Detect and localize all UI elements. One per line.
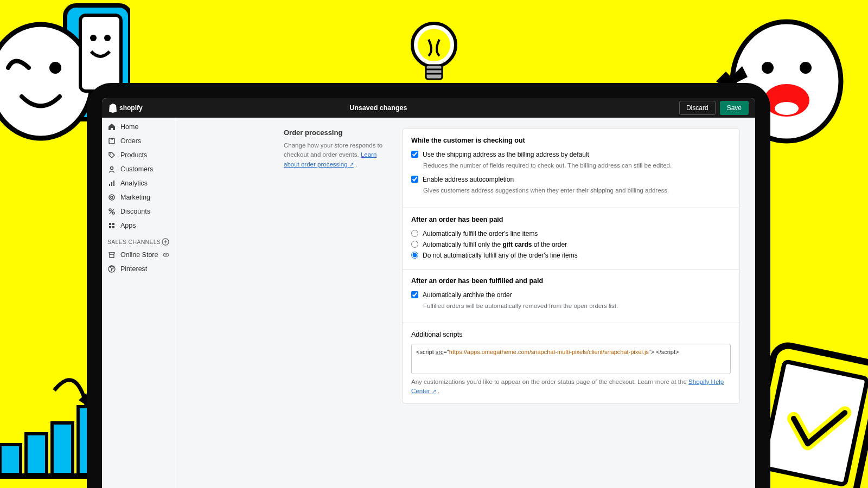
svg-point-1 (0, 24, 92, 138)
section-checkout: While the customer is checking out Use t… (403, 129, 739, 208)
checkbox-shipping-billing[interactable]: Use the shipping address as the billing … (411, 150, 731, 159)
home-icon (107, 123, 116, 131)
checkbox-autocomplete[interactable]: Enable address autocompletion (411, 175, 731, 184)
svg-rect-38 (112, 226, 114, 228)
analytics-icon (107, 179, 116, 188)
unsaved-changes-title: Unsaved changes (143, 104, 679, 112)
scripts-textarea[interactable]: <script src="https://apps.omegatheme.com… (411, 344, 731, 374)
nav-online-store[interactable]: Online Store (102, 248, 175, 262)
after-fulfilled-title: After an order has been fulfilled and pa… (411, 277, 731, 285)
nav-discounts[interactable]: Discounts (102, 204, 175, 219)
external-icon: ↗ (432, 388, 436, 394)
svg-point-33 (112, 212, 114, 214)
section-after-fulfilled: After an order has been fulfilled and pa… (403, 269, 739, 323)
scripts-title: Additional scripts (411, 331, 731, 338)
svg-rect-27 (109, 184, 110, 186)
svg-line-34 (110, 209, 114, 214)
svg-rect-36 (112, 223, 114, 225)
svg-point-4 (90, 35, 97, 41)
help-auto-archive: Fulfilled orders will be automatically r… (423, 301, 731, 311)
section-title: Order processing (284, 129, 392, 137)
svg-rect-23 (762, 361, 867, 485)
external-icon: ↗ (349, 162, 354, 168)
screen: shopify Unsaved changes Discard Save Hom… (102, 98, 755, 488)
products-icon (107, 151, 116, 159)
nav-marketing[interactable]: Marketing (102, 190, 175, 204)
add-channel-icon[interactable] (162, 238, 169, 246)
svg-point-8 (800, 62, 812, 74)
decoration-lightbulb (410, 21, 458, 91)
svg-point-5 (104, 35, 111, 41)
nav-products[interactable]: Products (102, 148, 175, 162)
svg-rect-13 (426, 65, 442, 79)
nav-customers[interactable]: Customers (102, 162, 175, 176)
brand-text: shopify (119, 104, 143, 112)
svg-point-31 (111, 196, 113, 198)
nav-home[interactable]: Home (102, 120, 175, 134)
checkbox-auto-archive[interactable]: Automatically archive the order (411, 290, 731, 300)
topbar: shopify Unsaved changes Discard Save (102, 98, 755, 118)
svg-rect-17 (26, 434, 47, 474)
section-intro: Order processing Change how your store r… (284, 129, 392, 404)
nav-apps[interactable]: Apps (102, 219, 175, 233)
nav-analytics[interactable]: Analytics (102, 176, 175, 190)
svg-point-25 (110, 153, 111, 155)
eye-icon[interactable] (163, 252, 169, 258)
svg-point-10 (775, 102, 799, 115)
svg-point-9 (764, 84, 809, 117)
pinterest-icon (107, 265, 116, 273)
nav-orders[interactable]: Orders (102, 134, 175, 148)
svg-point-43 (165, 254, 167, 256)
svg-point-26 (111, 167, 113, 170)
sidebar: Home Orders Products Customers Analytics… (102, 118, 175, 488)
customers-icon (107, 165, 116, 174)
checkout-title: While the customer is checking out (411, 137, 731, 144)
svg-point-30 (109, 195, 114, 200)
settings-panel: While the customer is checking out Use t… (402, 129, 740, 404)
content-area: Order processing Change how your store r… (175, 118, 755, 488)
svg-rect-18 (52, 423, 73, 474)
svg-rect-28 (111, 182, 112, 186)
sidebar-section-channels: SALES CHANNELS (102, 233, 175, 248)
svg-point-7 (762, 62, 774, 74)
after-paid-title: After an order has been paid (411, 216, 731, 223)
svg-point-12 (418, 29, 450, 61)
save-button[interactable]: Save (720, 101, 749, 115)
help-autocomplete: Gives customers address suggestions when… (423, 186, 731, 195)
svg-point-32 (109, 209, 111, 211)
svg-point-11 (412, 23, 456, 67)
svg-rect-35 (109, 223, 111, 225)
help-shipping-billing: Reduces the number of fields required to… (423, 161, 731, 170)
section-additional-scripts: Additional scripts <script src="https://… (403, 323, 739, 404)
radio-auto-fulfill-all[interactable]: Automatically fulfill the order's line i… (411, 229, 731, 239)
svg-rect-29 (113, 181, 114, 186)
store-icon (107, 251, 116, 259)
svg-point-2 (49, 62, 61, 74)
svg-rect-3 (80, 15, 121, 91)
scripts-help: Any customizations you'd like to appear … (411, 377, 731, 396)
shopify-logo: shopify (108, 103, 143, 113)
apps-icon (107, 221, 116, 230)
radio-no-auto-fulfill[interactable]: Do not automatically fulfill any of the … (411, 251, 731, 260)
section-after-paid: After an order has been paid Automatical… (403, 208, 739, 269)
orders-icon (107, 137, 116, 145)
radio-auto-fulfill-giftcards[interactable]: Automatically fulfill only the gift card… (411, 240, 731, 249)
laptop-frame: shopify Unsaved changes Discard Save Hom… (87, 83, 770, 488)
svg-rect-37 (109, 226, 111, 228)
discounts-icon (107, 207, 116, 216)
discard-button[interactable]: Discard (679, 101, 716, 115)
svg-rect-16 (0, 445, 21, 474)
nav-pinterest[interactable]: Pinterest (102, 262, 175, 276)
marketing-icon (107, 193, 116, 202)
